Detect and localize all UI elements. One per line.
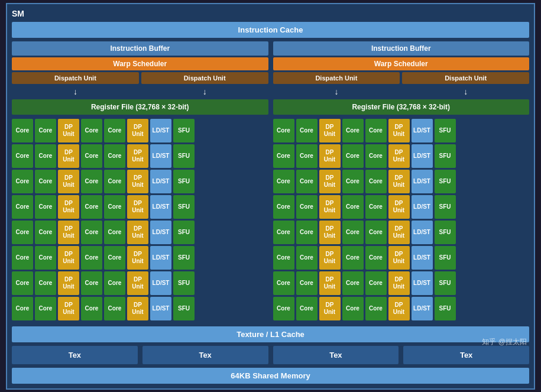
cell-0-4: Core — [365, 119, 387, 142]
right-arrows: ↓ ↓ — [273, 86, 530, 98]
cell-5-7: SFU — [435, 246, 456, 270]
cores-row-7: CoreCoreDP UnitCoreCoreDP UnitLD/STSFU — [12, 297, 268, 320]
cell-5-0: Core — [12, 246, 33, 270]
cores-row-2: CoreCoreDP UnitCoreCoreDP UnitLD/STSFU — [273, 170, 530, 193]
cell-7-4: Core — [104, 297, 125, 320]
tex-row: Tex Tex Tex Tex — [12, 346, 529, 364]
cell-3-1: Core — [35, 195, 56, 219]
cell-1-6: LD/ST — [150, 144, 171, 168]
cell-0-4: Core — [104, 119, 125, 142]
cell-3-4: Core — [104, 195, 125, 219]
cell-1-3: Core — [81, 144, 102, 168]
cell-0-3: Core — [342, 119, 364, 142]
tex-unit-2: Tex — [142, 346, 268, 364]
cell-3-4: Core — [365, 195, 387, 219]
cell-5-4: Core — [104, 246, 125, 270]
left-half: Instruction Buffer Warp Scheduler Dispat… — [12, 41, 268, 323]
cell-3-2: DP Unit — [319, 195, 341, 219]
left-arrows: ↓ ↓ — [12, 86, 268, 98]
cores-row-2: CoreCoreDP UnitCoreCoreDP UnitLD/STSFU — [12, 170, 268, 193]
cell-3-7: SFU — [435, 195, 456, 219]
cell-2-6: LD/ST — [412, 170, 433, 193]
cell-0-0: Core — [12, 119, 33, 142]
cell-2-1: Core — [296, 170, 318, 193]
cell-3-3: Core — [342, 195, 364, 219]
cell-6-6: LD/ST — [412, 271, 433, 295]
cell-1-6: LD/ST — [412, 144, 433, 168]
instruction-cache: Instruction Cache — [12, 22, 529, 38]
cell-7-3: Core — [342, 297, 364, 320]
cell-0-1: Core — [296, 119, 318, 142]
cell-3-7: SFU — [173, 195, 195, 219]
cell-1-7: SFU — [173, 144, 195, 168]
tex-unit-3: Tex — [273, 346, 399, 364]
cores-row-5: CoreCoreDP UnitCoreCoreDP UnitLD/STSFU — [12, 246, 268, 270]
cell-7-5: DP Unit — [127, 297, 148, 320]
right-half: Instruction Buffer Warp Scheduler Dispat… — [273, 41, 530, 323]
cell-4-1: Core — [296, 221, 318, 244]
cell-2-0: Core — [12, 170, 33, 193]
cell-6-0: Core — [273, 271, 294, 295]
cell-0-0: Core — [273, 119, 294, 142]
right-cores-grid: CoreCoreDP UnitCoreCoreDP UnitLD/STSFUCo… — [273, 119, 530, 320]
cell-1-1: Core — [35, 144, 56, 168]
cell-2-2: DP Unit — [319, 170, 341, 193]
right-dispatch-row: Dispatch Unit Dispatch Unit — [273, 72, 530, 84]
cell-1-5: DP Unit — [127, 144, 148, 168]
cell-4-0: Core — [12, 221, 33, 244]
cell-3-6: LD/ST — [412, 195, 433, 219]
watermark: 知乎 @捏太阳 — [482, 337, 527, 347]
cell-1-4: Core — [104, 144, 125, 168]
sm-title: SM — [12, 9, 529, 18]
cell-7-2: DP Unit — [319, 297, 341, 320]
cores-row-1: CoreCoreDP UnitCoreCoreDP UnitLD/STSFU — [273, 144, 530, 168]
cell-0-2: DP Unit — [319, 119, 341, 142]
cell-6-7: SFU — [435, 271, 456, 295]
cell-6-4: Core — [365, 271, 387, 295]
cores-row-3: CoreCoreDP UnitCoreCoreDP UnitLD/STSFU — [273, 195, 530, 219]
two-column-layout: Instruction Buffer Warp Scheduler Dispat… — [12, 41, 529, 323]
cores-row-4: CoreCoreDP UnitCoreCoreDP UnitLD/STSFU — [273, 221, 530, 244]
cell-4-0: Core — [273, 221, 294, 244]
cell-4-2: DP Unit — [319, 221, 341, 244]
cell-4-4: Core — [365, 221, 387, 244]
cell-3-5: DP Unit — [388, 195, 410, 219]
cell-5-2: DP Unit — [58, 246, 79, 270]
left-instruction-buffer: Instruction Buffer — [12, 41, 268, 56]
cores-row-0: CoreCoreDP UnitCoreCoreDP UnitLD/STSFU — [12, 119, 268, 142]
cell-5-7: SFU — [173, 246, 195, 270]
cell-6-4: Core — [104, 271, 125, 295]
cell-4-7: SFU — [173, 221, 195, 244]
cell-5-1: Core — [35, 246, 56, 270]
cell-6-0: Core — [12, 271, 33, 295]
cell-3-1: Core — [296, 195, 318, 219]
cell-2-0: Core — [273, 170, 294, 193]
left-cores-grid: CoreCoreDP UnitCoreCoreDP UnitLD/STSFUCo… — [12, 119, 268, 320]
cores-row-0: CoreCoreDP UnitCoreCoreDP UnitLD/STSFU — [273, 119, 530, 142]
cell-5-6: LD/ST — [150, 246, 171, 270]
cell-4-2: DP Unit — [58, 221, 79, 244]
cell-0-3: Core — [81, 119, 102, 142]
cell-3-0: Core — [12, 195, 33, 219]
cell-2-6: LD/ST — [150, 170, 171, 193]
cell-2-7: SFU — [173, 170, 195, 193]
cores-row-4: CoreCoreDP UnitCoreCoreDP UnitLD/STSFU — [12, 221, 268, 244]
cell-0-5: DP Unit — [127, 119, 148, 142]
cell-4-3: Core — [342, 221, 364, 244]
cell-1-2: DP Unit — [319, 144, 341, 168]
cell-6-7: SFU — [173, 271, 195, 295]
left-dispatch-row: Dispatch Unit Dispatch Unit — [12, 72, 268, 84]
cell-5-4: Core — [365, 246, 387, 270]
cell-2-5: DP Unit — [388, 170, 410, 193]
cell-4-4: Core — [104, 221, 125, 244]
cell-4-5: DP Unit — [388, 221, 410, 244]
cell-6-2: DP Unit — [319, 271, 341, 295]
cell-7-2: DP Unit — [58, 297, 79, 320]
cell-5-3: Core — [342, 246, 364, 270]
cell-4-1: Core — [35, 221, 56, 244]
cell-2-7: SFU — [435, 170, 456, 193]
cell-1-4: Core — [365, 144, 387, 168]
cell-6-5: DP Unit — [388, 271, 410, 295]
cell-2-3: Core — [342, 170, 364, 193]
cell-0-7: SFU — [435, 119, 456, 142]
